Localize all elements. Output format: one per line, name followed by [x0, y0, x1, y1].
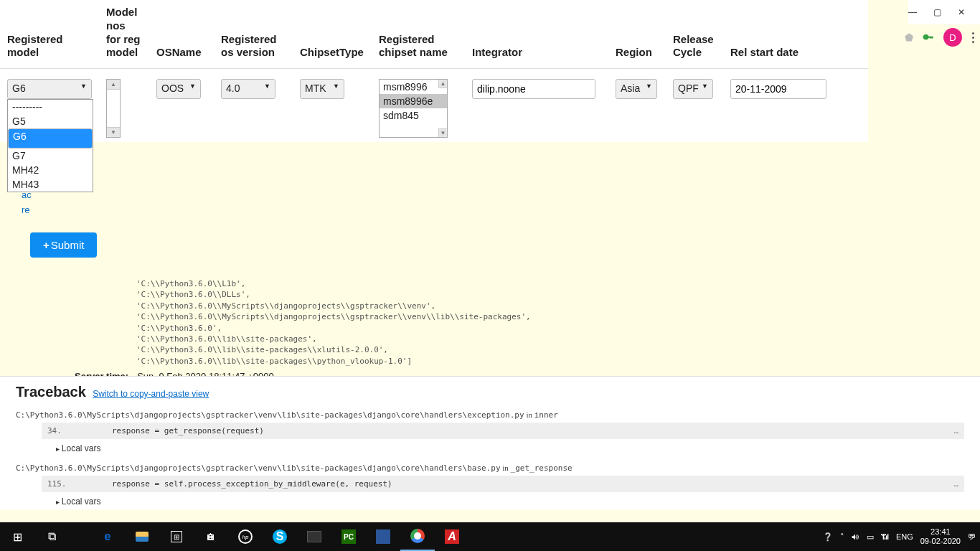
close-icon[interactable]: ✕ — [957, 7, 966, 17]
key-icon[interactable]: 🔑︎ — [923, 32, 933, 43]
chipset-option[interactable]: sdm845 — [380, 108, 447, 123]
model-option[interactable]: --------- — [8, 100, 93, 114]
submit-label: Submit — [51, 239, 85, 251]
window-controls: — ▢ ✕ — [908, 0, 980, 24]
home-icon[interactable]: 🏠︎ — [194, 522, 228, 551]
scroll-down-icon[interactable]: ▼ — [438, 128, 447, 137]
model-option[interactable]: MH42 — [8, 163, 93, 177]
chevron-down-icon: ▼ — [646, 83, 652, 90]
skype-icon[interactable]: S — [263, 522, 297, 551]
pycharm-icon[interactable]: PC — [331, 522, 366, 551]
th-osname: OSName — [149, 0, 214, 69]
tray-chevron-up-icon[interactable]: ˄ — [840, 532, 844, 542]
tb-code-line-1[interactable]: 115. response = self.process_exception_b… — [42, 476, 964, 492]
tb-local-vars-0[interactable]: Local vars — [56, 443, 964, 453]
maximize-icon[interactable]: ▢ — [933, 7, 941, 17]
rel-start-date-input[interactable] — [730, 79, 826, 99]
taskbar-date: 09-02-2020 — [920, 537, 961, 546]
wifi-icon[interactable]: 📶︎ — [881, 532, 889, 541]
tb-frame-fn: inner — [534, 410, 558, 420]
chipset-type-select[interactable]: MTK▼ — [300, 79, 344, 99]
chevron-down-icon: ▼ — [333, 83, 339, 90]
model-option[interactable]: MH43 — [8, 177, 93, 192]
tb-frame-path-1: C:\Python3.6.0\MyScripts\djangoprojects\… — [16, 463, 964, 473]
traceback-section: Traceback Switch to copy-and-paste view … — [0, 376, 980, 509]
registered-model-dropdown[interactable]: --------- G5 G6 G7 MH42 MH43 — [7, 99, 93, 192]
model-option[interactable]: G7 — [8, 149, 93, 163]
help-icon[interactable]: ❔ — [823, 532, 833, 542]
tb-more-icon[interactable]: … — [953, 426, 958, 435]
scroll-up-icon[interactable]: ▲ — [107, 80, 120, 90]
sys-path-dump: 'C:\\Python3.6.0\\L1b', 'C:\\Python3.6.0… — [136, 278, 980, 367]
terminal-icon[interactable] — [297, 522, 331, 551]
windows-taskbar: ⊞ ⧉ e ⊞ 🏠︎ hp S PC A ❔ ˄ 🔊︎ ▭ 📶︎ ENG 23:… — [0, 522, 980, 551]
model-nos-multiselect[interactable]: ▲ ▼ — [106, 79, 121, 138]
chevron-down-icon: ▼ — [80, 83, 87, 90]
file-explorer-icon[interactable] — [125, 522, 159, 551]
chevron-down-icon: ▼ — [702, 83, 708, 90]
tb-more-icon[interactable]: … — [953, 479, 958, 489]
registered-model-value: G6 — [12, 83, 26, 94]
scroll-down-icon[interactable]: ▼ — [107, 127, 120, 137]
side-link-fragment[interactable]: re — [22, 203, 32, 218]
scroll-up-icon[interactable]: ▲ — [438, 80, 447, 88]
registered-model-select[interactable]: G6▼ — [7, 79, 92, 99]
integrator-input[interactable] — [472, 79, 595, 99]
task-view-icon[interactable]: ⧉ — [34, 522, 69, 551]
acrobat-icon[interactable]: A — [435, 522, 469, 551]
tb-in-word: in — [501, 463, 511, 472]
chevron-down-icon: ▼ — [189, 83, 196, 90]
submit-button[interactable]: +Submit — [30, 232, 97, 258]
th-reg-chipset-name: Registered chipset name — [372, 0, 465, 69]
shield-icon[interactable]: ⬟ — [905, 32, 913, 43]
profile-avatar[interactable]: D — [943, 28, 962, 47]
start-button[interactable]: ⊞ — [0, 522, 34, 551]
osname-select[interactable]: OOS▼ — [156, 79, 201, 99]
tb-code-line-0[interactable]: 34. response = get_response(request) … — [42, 423, 964, 439]
th-integrator: Integrator — [465, 0, 608, 69]
th-model-nos: Model nos for reg model — [99, 0, 149, 69]
hp-icon[interactable]: hp — [228, 522, 263, 551]
os-version-select[interactable]: 4.0▼ — [221, 79, 275, 99]
traceback-title: Traceback — [16, 384, 86, 400]
tb-code: response = self.process_exception_by_mid… — [76, 479, 953, 489]
tb-in-word: in — [524, 410, 534, 419]
chipset-name-multiselect[interactable]: ▲ msm8996 msm8996e sdm845 ▼ — [379, 79, 448, 138]
osname-value: OOS — [161, 83, 184, 94]
chevron-down-icon: ▼ — [264, 83, 270, 90]
battery-icon[interactable]: ▭ — [867, 532, 874, 542]
region-select[interactable]: Asia▼ — [616, 79, 657, 99]
minimize-icon[interactable]: — — [908, 7, 917, 17]
tb-local-vars-1[interactable]: Local vars — [56, 496, 964, 507]
side-link-fragment[interactable]: ac — [22, 188, 32, 203]
th-reg-os-version: Registered os version — [214, 0, 293, 69]
more-menu-icon[interactable] — [972, 32, 974, 43]
tb-frame-fn: _get_response — [511, 463, 573, 473]
chrome-icon[interactable] — [400, 522, 435, 551]
model-option-selected[interactable]: G6 — [8, 128, 93, 149]
store-icon[interactable]: ⊞ — [159, 522, 194, 551]
th-region: Region — [608, 0, 666, 69]
taskbar-clock[interactable]: 23:41 09-02-2020 — [920, 527, 961, 546]
chipset-option[interactable]: msm8996 — [380, 80, 447, 94]
language-indicator[interactable]: ENG — [896, 532, 913, 541]
traceback-switch-link[interactable]: Switch to copy-and-paste view — [93, 389, 209, 399]
release-cycle-select[interactable]: QPF▼ — [673, 79, 713, 99]
tb-frame-file: C:\Python3.6.0\MyScripts\djangoprojects\… — [16, 463, 501, 473]
th-chipset-type: ChipsetType — [293, 0, 372, 69]
tb-code: response = get_response(request) — [76, 426, 953, 435]
tb-frame-file: C:\Python3.6.0\MyScripts\djangoprojects\… — [16, 410, 524, 420]
tb-lineno: 34. — [47, 426, 76, 435]
os-version-value: 4.0 — [226, 83, 240, 94]
notifications-icon[interactable]: 💬︎ — [968, 532, 976, 541]
volume-icon[interactable]: 🔊︎ — [852, 532, 859, 541]
plus-icon: + — [43, 239, 50, 251]
region-value: Asia — [621, 83, 640, 94]
tb-frame-path-0: C:\Python3.6.0\MyScripts\djangoprojects\… — [16, 410, 964, 420]
model-option[interactable]: G5 — [8, 114, 93, 128]
th-rel-start-date: Rel start date — [723, 0, 868, 69]
chipset-option-highlighted[interactable]: msm8996e — [380, 94, 447, 108]
edge-icon[interactable]: e — [90, 522, 125, 551]
taskbar-time: 23:41 — [920, 527, 961, 537]
word-icon[interactable] — [366, 522, 400, 551]
